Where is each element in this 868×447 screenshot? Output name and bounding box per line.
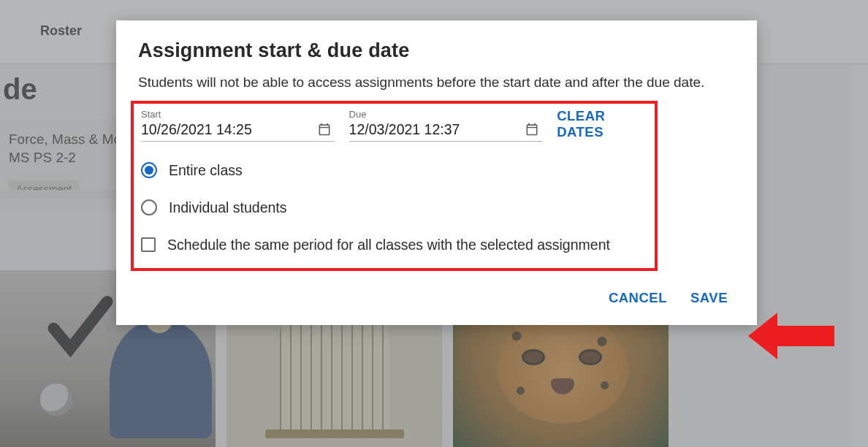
start-value: 10/26/2021 14:25	[141, 121, 335, 138]
save-button[interactable]: SAVE	[689, 287, 729, 309]
radio-selected-icon	[141, 162, 157, 178]
checkbox-empty-icon	[141, 237, 156, 252]
radio-entire-class[interactable]: Entire class	[141, 162, 647, 179]
due-label: Due	[349, 109, 543, 120]
date-row: Start 10/26/2021 14:25 Due 12/03/2021 12…	[141, 108, 647, 142]
calendar-icon[interactable]	[525, 122, 539, 137]
cancel-button[interactable]: CANCEL	[607, 287, 669, 309]
schedule-all-checkbox[interactable]: Schedule the same period for all classes…	[141, 237, 647, 253]
due-value: 12/03/2021 12:37	[349, 121, 543, 138]
annotation-highlight: Start 10/26/2021 14:25 Due 12/03/2021 12…	[131, 101, 658, 271]
calendar-icon[interactable]	[317, 122, 332, 137]
assignment-date-modal: Assignment start & due date Students wil…	[116, 20, 757, 325]
modal-subtitle: Students will not be able to access assi…	[138, 72, 729, 93]
clear-dates-button[interactable]: CLEAR DATES	[557, 108, 647, 142]
checkbox-label: Schedule the same period for all classes…	[167, 237, 610, 253]
radio-unselected-icon	[141, 199, 157, 215]
svg-marker-0	[748, 313, 834, 359]
radio-label: Individual students	[169, 199, 287, 216]
app-root: Roster de Force, Mass & Motion MS PS 2-2…	[0, 0, 868, 447]
radio-label: Entire class	[169, 162, 243, 179]
radio-individual-students[interactable]: Individual students	[141, 199, 647, 216]
due-date-field[interactable]: Due 12/03/2021 12:37	[349, 109, 543, 142]
modal-footer: CANCEL SAVE	[138, 287, 729, 309]
start-label: Start	[141, 109, 335, 120]
start-date-field[interactable]: Start 10/26/2021 14:25	[141, 109, 335, 142]
modal-title: Assignment start & due date	[138, 39, 729, 62]
annotation-arrow	[748, 307, 836, 365]
